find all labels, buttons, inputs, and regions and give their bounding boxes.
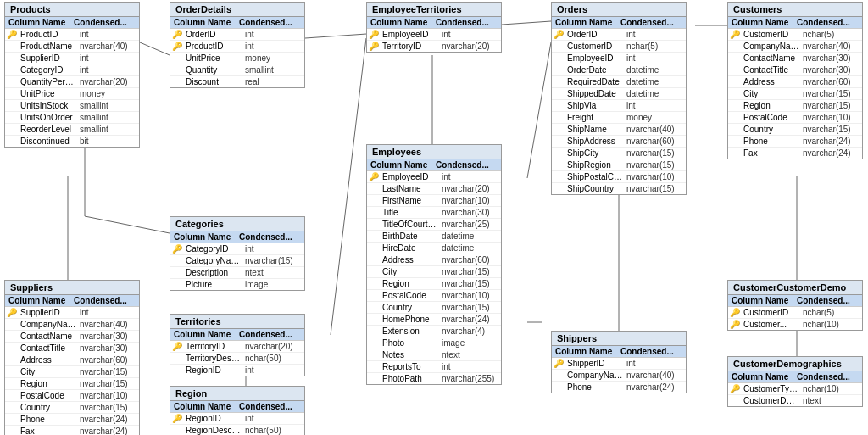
column-name: ShipVia (565, 101, 625, 110)
column-type: nvarchar(60) (440, 255, 499, 265)
table-row: 🔑EmployeeIDint (367, 171, 501, 183)
column-type: nvarchar(10) (801, 113, 860, 122)
column-name: UnitsInStock (19, 101, 78, 110)
column-name: HireDate (381, 243, 440, 253)
column-type: nvarchar(15) (440, 303, 499, 312)
svg-line-2 (85, 216, 170, 233)
column-name: ShipperID (565, 359, 625, 368)
table-row: ContactTitlenvarchar(30) (5, 343, 139, 354)
key-icon: 🔑 (730, 384, 740, 393)
table-categories[interactable]: CategoriesColumn NameCondensed...🔑Catego… (170, 216, 305, 291)
table-row: ShipPostalCodenvarchar(10) (552, 171, 686, 183)
column-type: nvarchar(15) (440, 267, 499, 276)
column-name: CategoryID (19, 65, 78, 75)
column-type: int (440, 362, 499, 371)
column-type: nvarchar(30) (440, 208, 499, 217)
column-name: EmployeeID (381, 30, 440, 39)
table-row: Addressnvarchar(60) (367, 254, 501, 266)
table-row: ShipCountrynvarchar(15) (552, 183, 686, 194)
table-orderdetails[interactable]: OrderDetailsColumn NameCondensed...🔑Orde… (170, 2, 305, 88)
table-shippers[interactable]: ShippersColumn NameCondensed...🔑ShipperI… (551, 331, 687, 393)
table-col-headers-categories: Column NameCondensed... (170, 231, 304, 243)
table-col-headers-orders: Column NameCondensed... (552, 17, 686, 29)
column-type: nvarchar(60) (625, 137, 684, 146)
column-name: FirstName (381, 196, 440, 205)
key-icon: 🔑 (172, 42, 182, 51)
column-type: int (78, 30, 137, 39)
table-row: Phonenvarchar(24) (552, 382, 686, 393)
column-type: nvarchar(20) (440, 184, 499, 193)
column-type: smallint (78, 101, 137, 110)
key-icon: 🔑 (730, 308, 740, 317)
key-icon: 🔑 (7, 30, 17, 39)
column-name: CustomerID (742, 30, 801, 39)
table-row: PostalCodenvarchar(10) (5, 390, 139, 402)
column-type: nvarchar(25) (440, 220, 499, 229)
table-row: Citynvarchar(15) (5, 366, 139, 378)
column-type: nvarchar(40) (78, 42, 137, 51)
column-type: nvarchar(15) (78, 403, 137, 412)
column-type: nvarchar(15) (801, 101, 860, 110)
table-row: 🔑CustomerIDnchar(5) (728, 29, 862, 41)
column-name: BirthDate (381, 231, 440, 241)
table-row: ShipCitynvarchar(15) (552, 148, 686, 159)
column-name: Freight (565, 113, 625, 122)
table-row: 🔑TerritoryIDnvarchar(20) (170, 341, 304, 353)
column-type: nvarchar(60) (801, 77, 860, 86)
column-type: smallint (78, 125, 137, 134)
column-name: ContactTitle (19, 343, 78, 353)
table-row: ReorderLevelsmallint (5, 124, 139, 136)
table-region[interactable]: RegionColumn NameCondensed...🔑RegionIDin… (170, 386, 305, 435)
column-type: smallint (78, 113, 137, 122)
table-products[interactable]: ProductsColumn NameCondensed...🔑ProductI… (4, 2, 140, 148)
column-type: nvarchar(10) (440, 291, 499, 300)
column-name: Address (19, 355, 78, 365)
table-territories[interactable]: TerritoriesColumn NameCondensed...🔑Terri… (170, 314, 305, 376)
table-suppliers[interactable]: SuppliersColumn NameCondensed...🔑Supplie… (4, 280, 140, 435)
column-type: nvarchar(15) (78, 367, 137, 376)
table-row: CustomerIDnchar(5) (552, 41, 686, 53)
table-row: Faxnvarchar(24) (728, 148, 862, 159)
column-name: PostalCode (742, 113, 801, 122)
column-name: TerritoryID (381, 42, 440, 51)
column-name: CompanyName (565, 371, 625, 380)
table-customers[interactable]: CustomersColumn NameCondensed...🔑Custome… (727, 2, 863, 159)
table-header-customers: Customers (728, 3, 862, 17)
column-name: City (381, 267, 440, 276)
column-name: Photo (381, 338, 440, 348)
table-row: EmployeeIDint (552, 53, 686, 64)
column-type: real (243, 77, 303, 86)
table-header-employeeterritories: EmployeeTerritories (367, 3, 501, 17)
table-row: Citynvarchar(15) (728, 88, 862, 100)
column-name: City (742, 89, 801, 98)
table-row: 🔑OrderIDint (170, 29, 304, 41)
table-row: ShipNamenvarchar(40) (552, 124, 686, 136)
column-type: nvarchar(15) (78, 379, 137, 388)
table-orders[interactable]: OrdersColumn NameCondensed...🔑OrderIDint… (551, 2, 687, 195)
column-name: ProductID (184, 42, 243, 51)
table-row: Pictureimage (170, 279, 304, 290)
table-employeeterritories[interactable]: EmployeeTerritoriesColumn NameCondensed.… (366, 2, 502, 53)
table-row: Freightmoney (552, 112, 686, 124)
table-header-suppliers: Suppliers (5, 281, 139, 295)
table-customerdemographics[interactable]: CustomerDemographicsColumn NameCondensed… (727, 356, 863, 407)
column-type: int (243, 414, 303, 423)
table-row: ShipViaint (552, 100, 686, 112)
column-type: nvarchar(20) (243, 342, 303, 351)
table-row: Regionnvarchar(15) (367, 278, 501, 290)
column-name: ContactTitle (742, 65, 801, 75)
table-header-orders: Orders (552, 3, 686, 17)
column-type: nvarchar(40) (625, 371, 684, 380)
table-row: PhotoPathnvarchar(255) (367, 373, 501, 384)
column-name: Picture (184, 280, 243, 289)
table-customercustomerdemo[interactable]: CustomerCustomerDemoColumn NameCondensed… (727, 280, 863, 331)
table-row: TerritoryDescriptionnchar(50) (170, 353, 304, 365)
table-col-headers-products: Column NameCondensed... (5, 17, 139, 29)
table-row: QuantityPerUnitnvarchar(20) (5, 76, 139, 88)
table-row: Descriptionntext (170, 267, 304, 279)
table-row: UnitsOnOrdersmallint (5, 112, 139, 124)
table-employees[interactable]: EmployeesColumn NameCondensed...🔑Employe… (366, 144, 502, 385)
table-col-headers-orderdetails: Column NameCondensed... (170, 17, 304, 29)
column-name: RegionID (184, 414, 243, 423)
table-row: HomePhonenvarchar(24) (367, 314, 501, 326)
